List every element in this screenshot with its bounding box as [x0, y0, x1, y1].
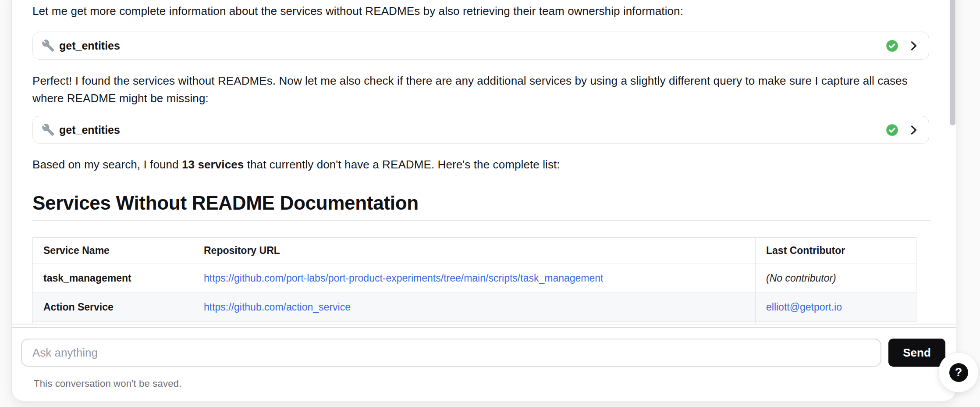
table-header-row: Service Name Repository URL Last Contrib…: [33, 238, 916, 264]
check-circle-icon: [886, 124, 898, 136]
chevron-right-icon[interactable]: [909, 124, 918, 136]
service-name-cell: Action Service: [33, 293, 193, 322]
contributor-value[interactable]: elliott@getport.io: [766, 301, 842, 313]
composer-footer: Send This conversation won't be saved.: [12, 328, 956, 401]
heading-divider: [32, 220, 930, 221]
ask-input[interactable]: [21, 339, 881, 367]
wrench-icon: [42, 39, 55, 52]
column-header-service-name: Service Name: [33, 238, 193, 264]
repository-link[interactable]: https://github.com/port-labs/port-produc…: [204, 272, 603, 284]
services-table: Service Name Repository URL Last Contrib…: [32, 237, 916, 324]
repository-url-cell: https://github.com/port-labs/port-produc…: [193, 264, 756, 293]
tool-call-get-entities-1[interactable]: get_entities: [32, 32, 929, 60]
repository-url-cell: https://github.com/action_service: [193, 293, 756, 322]
help-button[interactable]: ?: [938, 352, 979, 393]
app-viewport: Let me get more complete information abo…: [0, 0, 980, 407]
section-heading: Services Without README Documentation: [32, 192, 929, 214]
question-mark-icon: ?: [949, 363, 968, 382]
chat-message-area: Let me get more complete information abo…: [12, 0, 956, 324]
tool-call-name: get_entities: [59, 39, 120, 52]
tool-call-get-entities-2[interactable]: get_entities: [32, 116, 929, 144]
table-body: task_management https://github.com/port-…: [33, 264, 916, 324]
conversation-disclaimer: This conversation won't be saved.: [34, 378, 945, 389]
service-name-cell: task_management: [33, 264, 193, 293]
last-contributor-cell: elliott@getport.io: [756, 293, 916, 322]
assistant-message: Perfect! I found the services without RE…: [32, 72, 929, 107]
repository-link[interactable]: https://github.com/action_service: [204, 301, 351, 313]
chevron-right-icon[interactable]: [909, 40, 918, 52]
footer-divider: [12, 324, 956, 328]
last-contributor-cell: (No contributor): [756, 264, 916, 293]
services-count: 13 services: [182, 158, 244, 171]
column-header-last-contributor: Last Contributor: [756, 238, 916, 264]
scrollbar-thumb[interactable]: [950, 0, 955, 125]
tool-call-name: get_entities: [59, 124, 120, 136]
composer-row: Send: [21, 339, 945, 367]
contributor-value: (No contributor): [766, 272, 836, 284]
column-header-repository-url: Repository URL: [193, 238, 756, 264]
check-circle-icon: [886, 39, 898, 52]
assistant-message: Let me get more complete information abo…: [32, 3, 929, 19]
send-button[interactable]: Send: [888, 339, 945, 367]
table-row: task_management https://github.com/port-…: [33, 264, 916, 293]
assistant-message-summary: Based on my search, I found 13 services …: [32, 156, 929, 173]
wrench-icon: [42, 123, 55, 136]
table-row: Action Service https://github.com/action…: [33, 293, 916, 322]
chat-card: Let me get more complete information abo…: [11, 0, 956, 401]
